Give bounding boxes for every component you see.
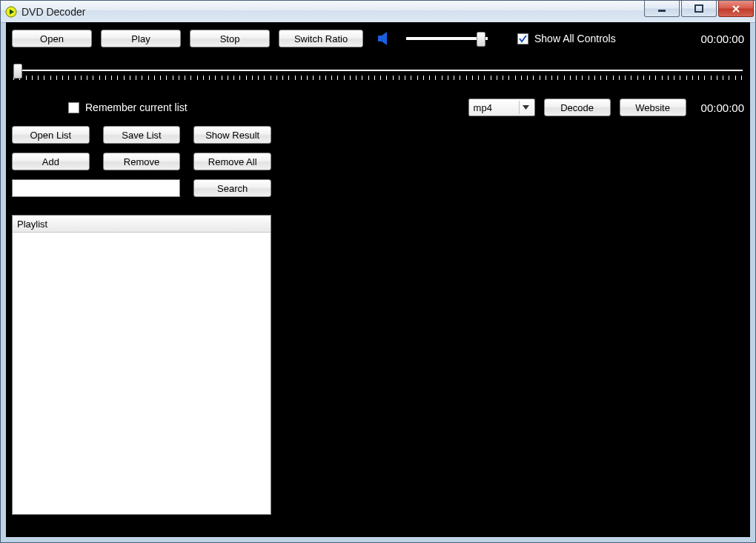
seek-thumb[interactable] (13, 64, 22, 79)
remember-list-checkbox[interactable]: Remember current list (68, 101, 188, 113)
seek-ticks (13, 76, 743, 81)
volume-thumb[interactable] (477, 32, 485, 47)
seek-track (13, 70, 743, 71)
maximize-icon (694, 4, 703, 13)
save-list-button[interactable]: Save List (103, 126, 181, 144)
switch-ratio-button[interactable]: Switch Ratio (279, 30, 363, 47)
remove-button[interactable]: Remove (103, 153, 181, 170)
chevron-down-icon (519, 101, 533, 114)
remove-all-button[interactable]: Remove All (193, 153, 271, 170)
row2-right: mp4 Decode Website 00:00:00 (468, 99, 744, 116)
maximize-button[interactable] (681, 1, 717, 17)
show-result-button[interactable]: Show Result (193, 126, 271, 144)
close-icon (732, 4, 740, 13)
decode-button[interactable]: Decode (544, 99, 611, 116)
seek-bar[interactable] (13, 67, 743, 84)
format-select[interactable]: mp4 (468, 99, 535, 116)
toolbar-top: Open Play Stop Switch Ratio Show All Con… (12, 30, 744, 47)
svg-marker-7 (523, 105, 529, 110)
play-button[interactable]: Play (101, 30, 181, 47)
minimize-button[interactable] (644, 1, 680, 17)
svg-rect-3 (695, 5, 703, 12)
format-selected: mp4 (474, 102, 492, 113)
svg-marker-6 (378, 32, 387, 45)
show-all-controls-checkbox[interactable]: Show All Controls (517, 33, 616, 44)
app-icon (5, 6, 17, 18)
window-title: DVD Decoder (21, 6, 85, 18)
client-area: Open Play Stop Switch Ratio Show All Con… (6, 22, 750, 537)
playlist-body[interactable] (13, 232, 271, 514)
checkmark-icon (519, 35, 527, 43)
stop-button[interactable]: Stop (190, 30, 270, 47)
checkbox-box (517, 33, 528, 44)
list-toolbar: Open List Save List Show Result Add Remo… (12, 126, 271, 197)
search-button[interactable]: Search (193, 179, 271, 197)
volume-slider[interactable] (406, 37, 488, 40)
remember-list-label: Remember current list (85, 101, 188, 113)
window-controls (644, 1, 755, 17)
minimize-icon (657, 4, 666, 13)
svg-rect-2 (658, 10, 666, 12)
show-all-controls-label: Show All Controls (534, 33, 616, 44)
playlist-header[interactable]: Playlist (13, 216, 271, 233)
time-display-top: 00:00:00 (701, 33, 744, 45)
website-button[interactable]: Website (620, 99, 686, 116)
volume-icon (377, 31, 394, 46)
open-button[interactable]: Open (12, 30, 92, 47)
playlist-panel: Playlist (12, 215, 271, 515)
open-list-button[interactable]: Open List (12, 126, 90, 144)
toolbar-second: Remember current list mp4 Decode Website… (6, 98, 744, 117)
search-input[interactable] (12, 179, 180, 197)
close-button[interactable] (718, 1, 754, 17)
add-button[interactable]: Add (12, 153, 90, 170)
checkbox-box (68, 102, 79, 113)
title-bar: DVD Decoder (1, 1, 755, 23)
time-display-bottom: 00:00:00 (701, 101, 744, 114)
